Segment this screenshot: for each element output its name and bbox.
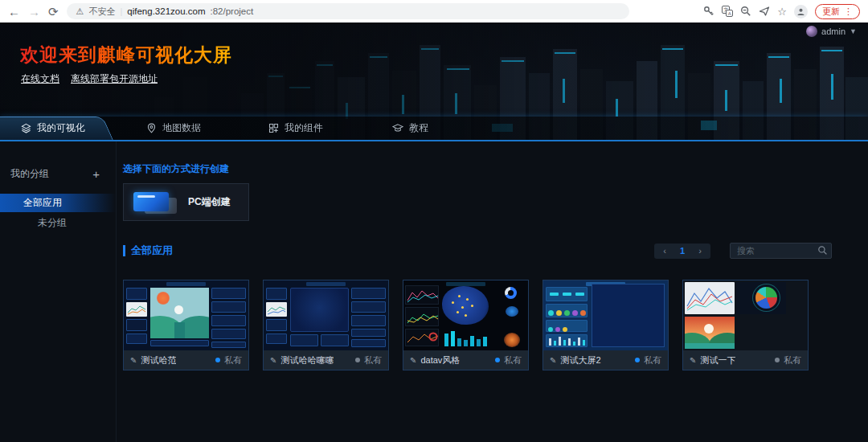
bookmark-star-icon[interactable]: ☆ <box>777 6 787 18</box>
forward-icon[interactable]: → <box>28 6 40 18</box>
address-bar[interactable]: ⚠ 不安全 | qifeng.321zou.com :82/project <box>67 3 629 19</box>
project-thumbnail[interactable] <box>403 280 528 350</box>
create-hint: 选择下面的方式进行创建 <box>123 162 832 176</box>
project-thumbnail[interactable] <box>683 280 808 350</box>
thumb-kpi-dot <box>580 310 586 316</box>
project-card: ✎ 测试一下 私有 <box>682 280 809 370</box>
sidebar-item-all-apps[interactable]: 全部应用 <box>0 194 116 212</box>
header-links: 在线文档 离线部署包开源地址 <box>21 72 158 86</box>
thumb-stat <box>563 293 571 296</box>
add-group-button[interactable]: + <box>92 167 100 181</box>
user-menu[interactable]: admin ▼ <box>806 26 857 37</box>
edit-pencil-icon[interactable]: ✎ <box>410 356 416 365</box>
search-input[interactable] <box>730 243 832 259</box>
section-controls: ‹ 1 › <box>654 243 832 259</box>
thumb-panel <box>211 342 246 348</box>
welcome-title: 欢迎来到麒峰可视化大屏 <box>20 43 232 68</box>
project-card-footer: ✎ 测试一下 私有 <box>683 350 808 370</box>
project-name[interactable]: 测试一下 <box>700 354 735 366</box>
thumb-kpi-dot <box>563 327 567 332</box>
kebab-menu-icon[interactable]: ⋮ <box>844 6 853 17</box>
tab-my-components[interactable]: 我的组件 <box>260 117 331 140</box>
visibility-wrap: 私有 <box>775 354 801 366</box>
back-icon[interactable]: ← <box>8 6 20 18</box>
project-card-footer: ✎ 测试哈范 私有 <box>124 350 248 370</box>
tab-label: 我的可视化 <box>37 121 85 135</box>
zoom-icon[interactable] <box>740 6 751 17</box>
groups-title: 我的分组 <box>10 167 49 181</box>
project-name[interactable]: 测试哈范 <box>141 354 176 366</box>
online-docs-link[interactable]: 在线文档 <box>21 72 59 86</box>
translate-icon[interactable]: 文 A <box>722 6 733 17</box>
tab-tutorial[interactable]: 教程 <box>384 117 436 140</box>
project-thumbnail[interactable] <box>264 280 388 350</box>
sidebar: 我的分组 + 全部应用 未分组 <box>0 141 117 442</box>
thumb-stat-panel <box>546 287 588 301</box>
main-panel: 选择下面的方式进行创建 PC端创建 全部应用 ‹ 1 › <box>117 141 868 442</box>
thumb-map-panel <box>592 284 665 347</box>
thumb-valley <box>174 322 185 338</box>
visibility-wrap: 私有 <box>495 354 522 366</box>
edit-pencil-icon[interactable]: ✎ <box>270 356 276 365</box>
thumb-water <box>685 343 735 349</box>
edit-pencil-icon[interactable]: ✎ <box>690 356 696 365</box>
user-avatar <box>806 26 817 37</box>
thumb-stat <box>575 293 584 296</box>
thumb-bar-chart <box>442 329 489 347</box>
tab-my-visualization[interactable]: 我的可视化 <box>0 117 111 140</box>
project-name[interactable]: datav风格 <box>420 354 460 366</box>
project-thumbnail[interactable] <box>124 280 248 350</box>
visibility-label: 私有 <box>504 354 522 366</box>
thumb-bar-panel <box>546 334 588 347</box>
prev-page-button[interactable]: ‹ <box>656 246 674 256</box>
thumb-panel <box>126 319 147 331</box>
thumb-kpi-panel <box>546 304 588 317</box>
thumb-kpi-dot <box>572 310 578 316</box>
browser-toolbar: ← → ⟳ ⚠ 不安全 | qifeng.321zou.com :82/proj… <box>0 0 868 23</box>
thumb-chart-panel <box>405 329 439 346</box>
section-title-wrap: 全部应用 <box>123 244 173 258</box>
main-tabs: 我的可视化 地图数据 我的组件 教程 <box>0 117 868 141</box>
thumb-panel <box>266 334 287 344</box>
chrome-update-button[interactable]: 更新 ⋮ <box>815 4 860 19</box>
project-card: ✎ 测试大屏2 私有 <box>542 280 669 370</box>
thumb-stat <box>550 293 559 296</box>
project-name[interactable]: 测试哈哈噻噻 <box>280 354 334 366</box>
security-label: 不安全 <box>88 6 115 18</box>
offline-package-link[interactable]: 离线部署包开源地址 <box>71 72 158 86</box>
project-name[interactable]: 测试大屏2 <box>560 354 600 366</box>
visibility-dot <box>215 358 220 362</box>
send-icon[interactable] <box>759 6 770 17</box>
profile-avatar-icon[interactable] <box>794 5 808 18</box>
thumb-sun <box>704 324 714 334</box>
edit-pencil-icon[interactable]: ✎ <box>130 356 137 365</box>
visibility-label: 私有 <box>784 354 801 366</box>
page-content: 我的分组 + 全部应用 未分组 选择下面的方式进行创建 PC端创建 全部应用 ‹ <box>0 141 868 442</box>
thumb-panel <box>211 315 246 326</box>
translate-icon-front: A <box>726 10 733 17</box>
pc-create-label: PC端创建 <box>188 195 231 209</box>
password-key-icon[interactable] <box>703 6 714 17</box>
next-page-button[interactable]: › <box>691 246 709 256</box>
thumb-kpi-dot <box>556 310 562 316</box>
thumb-donut-chart <box>505 287 517 299</box>
thumb-panel <box>126 288 147 300</box>
edit-pencil-icon[interactable]: ✎ <box>550 356 556 365</box>
visibility-wrap: 私有 <box>635 354 661 366</box>
thumb-panel <box>211 329 246 339</box>
visibility-wrap: 私有 <box>355 354 382 366</box>
thumb-map-blob <box>442 286 489 325</box>
tab-label: 地图数据 <box>162 121 201 135</box>
visibility-label: 私有 <box>224 354 242 366</box>
sidebar-item-ungrouped[interactable]: 未分组 <box>0 214 116 232</box>
visibility-label: 私有 <box>644 354 661 366</box>
project-thumbnail[interactable] <box>543 280 668 350</box>
reload-icon[interactable]: ⟳ <box>48 6 59 18</box>
screen-highlight-shape <box>137 195 155 198</box>
tab-map-data[interactable]: 地图数据 <box>138 117 209 140</box>
search-icon[interactable] <box>817 245 828 256</box>
visibility-dot <box>495 358 500 362</box>
current-page[interactable]: 1 <box>674 246 691 256</box>
pc-create-button[interactable]: PC端创建 <box>123 183 249 221</box>
thumb-map-panel <box>290 288 349 332</box>
